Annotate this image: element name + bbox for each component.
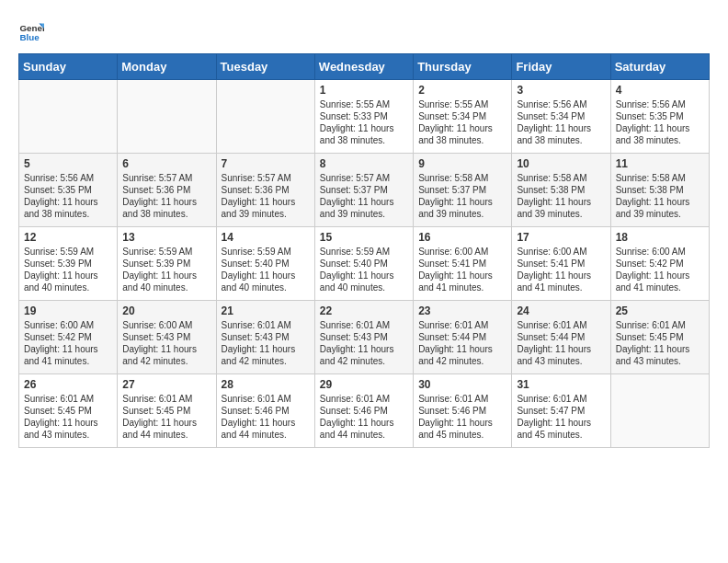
day-number: 25 [616,304,704,317]
cell-text: Daylight: 11 hours [222,417,310,429]
cell-text: Sunset: 5:47 PM [517,405,605,417]
week-row-2: 5Sunrise: 5:56 AMSunset: 5:35 PMDaylight… [19,154,710,227]
cell-text: Sunrise: 6:00 AM [24,319,112,331]
cell-text: Daylight: 11 hours [320,343,408,355]
calendar-cell: 14Sunrise: 5:59 AMSunset: 5:40 PMDayligh… [216,227,314,301]
calendar-cell: 16Sunrise: 6:00 AMSunset: 5:41 PMDayligh… [414,227,512,301]
cell-text: Daylight: 11 hours [320,417,408,429]
cell-text: Daylight: 11 hours [616,122,704,134]
calendar-cell: 17Sunrise: 6:00 AMSunset: 5:41 PMDayligh… [512,227,610,301]
header-saturday: Saturday [610,54,709,80]
cell-text: Sunrise: 6:00 AM [418,246,506,258]
cell-text: and 42 minutes. [222,355,310,367]
cell-text: and 43 minutes. [517,355,605,367]
cell-text: Sunset: 5:36 PM [222,184,310,196]
cell-text: Daylight: 11 hours [122,343,210,355]
calendar-cell: 26Sunrise: 6:01 AMSunset: 5:45 PMDayligh… [19,374,118,448]
cell-text: Sunset: 5:38 PM [616,184,704,196]
cell-text: Sunrise: 5:59 AM [24,246,112,258]
calendar-cell: 30Sunrise: 6:01 AMSunset: 5:46 PMDayligh… [414,374,512,448]
cell-text: Sunrise: 5:59 AM [122,246,210,258]
cell-text: Sunrise: 5:59 AM [320,246,408,258]
cell-text: Sunrise: 6:01 AM [517,319,605,331]
cell-text: Sunset: 5:46 PM [418,405,506,417]
cell-text: and 41 minutes. [418,282,506,293]
day-number: 23 [418,304,506,317]
cell-text: and 42 minutes. [122,355,210,367]
cell-text: Sunset: 5:41 PM [517,258,605,270]
calendar-cell [19,80,118,154]
cell-text: Daylight: 11 hours [24,270,112,282]
calendar-cell [610,374,709,448]
cell-text: Sunrise: 6:01 AM [320,393,408,405]
day-number: 16 [418,231,506,244]
cell-text: Daylight: 11 hours [122,196,210,208]
calendar-cell: 13Sunrise: 5:59 AMSunset: 5:39 PMDayligh… [118,227,216,301]
cell-text: and 45 minutes. [517,429,605,441]
cell-text: and 39 minutes. [418,208,506,220]
calendar-cell: 6Sunrise: 5:57 AMSunset: 5:36 PMDaylight… [118,154,216,227]
cell-text: Sunset: 5:38 PM [517,184,605,196]
calendar-table: SundayMondayTuesdayWednesdayThursdayFrid… [18,53,710,448]
calendar-cell: 24Sunrise: 6:01 AMSunset: 5:44 PMDayligh… [512,301,610,374]
cell-text: Sunrise: 6:00 AM [517,246,605,258]
day-number: 22 [320,304,408,317]
cell-text: Sunset: 5:42 PM [616,258,704,270]
cell-text: Sunrise: 5:55 AM [320,98,408,110]
cell-text: Sunrise: 6:01 AM [24,393,112,405]
cell-text: Sunset: 5:37 PM [418,184,506,196]
cell-text: Daylight: 11 hours [320,270,408,282]
day-number: 6 [122,157,210,170]
cell-text: Sunrise: 6:00 AM [616,246,704,258]
cell-text: and 41 minutes. [616,282,704,293]
day-number: 5 [24,157,112,170]
cell-text: Sunset: 5:41 PM [418,258,506,270]
calendar-cell: 29Sunrise: 6:01 AMSunset: 5:46 PMDayligh… [314,374,413,448]
calendar-cell: 12Sunrise: 5:59 AMSunset: 5:39 PMDayligh… [19,227,118,301]
cell-text: Sunrise: 6:01 AM [122,393,210,405]
cell-text: Daylight: 11 hours [320,196,408,208]
header-monday: Monday [118,54,216,80]
calendar-cell: 27Sunrise: 6:01 AMSunset: 5:45 PMDayligh… [118,374,216,448]
calendar-cell: 2Sunrise: 5:55 AMSunset: 5:34 PMDaylight… [414,80,512,154]
cell-text: Sunrise: 5:57 AM [222,172,310,184]
calendar-cell [216,80,314,154]
cell-text: Sunset: 5:46 PM [320,405,408,417]
cell-text: and 44 minutes. [122,429,210,441]
svg-text:Blue: Blue [19,32,40,42]
day-number: 8 [320,157,408,170]
cell-text: and 38 minutes. [320,134,408,146]
cell-text: and 45 minutes. [418,429,506,441]
cell-text: Sunrise: 5:58 AM [616,172,704,184]
cell-text: and 40 minutes. [320,282,408,293]
cell-text: Sunset: 5:36 PM [122,184,210,196]
calendar-cell: 5Sunrise: 5:56 AMSunset: 5:35 PMDaylight… [19,154,118,227]
header-sunday: Sunday [19,54,118,80]
day-number: 29 [320,378,408,391]
cell-text: and 39 minutes. [616,208,704,220]
day-number: 13 [122,231,210,244]
cell-text: Daylight: 11 hours [222,270,310,282]
cell-text: Sunrise: 5:56 AM [616,98,704,110]
cell-text: Sunrise: 6:01 AM [222,393,310,405]
cell-text: Sunrise: 6:01 AM [418,319,506,331]
cell-text: Sunrise: 6:01 AM [418,393,506,405]
cell-text: Sunrise: 5:56 AM [517,98,605,110]
day-number: 3 [517,84,605,97]
cell-text: Daylight: 11 hours [222,196,310,208]
week-row-5: 26Sunrise: 6:01 AMSunset: 5:45 PMDayligh… [19,374,710,448]
day-number: 28 [222,378,310,391]
day-number: 31 [517,378,605,391]
day-number: 18 [616,231,704,244]
cell-text: Daylight: 11 hours [418,196,506,208]
calendar-cell: 7Sunrise: 5:57 AMSunset: 5:36 PMDaylight… [216,154,314,227]
week-row-4: 19Sunrise: 6:00 AMSunset: 5:42 PMDayligh… [19,301,710,374]
cell-text: Daylight: 11 hours [517,417,605,429]
calendar-cell: 31Sunrise: 6:01 AMSunset: 5:47 PMDayligh… [512,374,610,448]
calendar-cell: 15Sunrise: 5:59 AMSunset: 5:40 PMDayligh… [314,227,413,301]
header-friday: Friday [512,54,610,80]
cell-text: Sunrise: 6:01 AM [517,393,605,405]
cell-text: Daylight: 11 hours [222,343,310,355]
cell-text: Sunset: 5:45 PM [122,405,210,417]
cell-text: Sunrise: 6:01 AM [222,319,310,331]
